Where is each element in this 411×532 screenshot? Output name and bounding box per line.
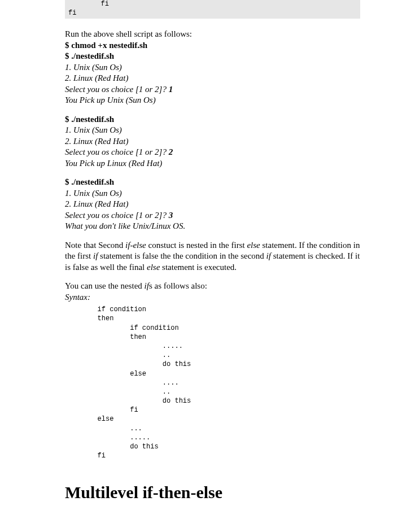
- keyword: if-else: [125, 241, 146, 250]
- output-line: 2. Linux (Red Hat): [65, 73, 128, 82]
- user-input: 1: [169, 85, 173, 94]
- text: constuct is nested in the first: [146, 241, 247, 250]
- keyword: if: [266, 251, 271, 260]
- output-line: 1. Unix (Sun Os): [65, 63, 122, 72]
- intro-text: Run the above shell script as follows:: [65, 29, 192, 38]
- nested-intro: You can use the nested ifs as follows al…: [65, 281, 360, 303]
- output-line: 2. Linux (Red Hat): [65, 199, 128, 208]
- result-line: You Pick up Unix (Sun Os): [65, 95, 156, 104]
- run-block-3: $ ./nestedif.sh 1. Unix (Sun Os) 2. Linu…: [65, 177, 360, 232]
- keyword: else: [147, 263, 160, 272]
- result-line: You Pick up Linux (Red Hat): [65, 159, 162, 168]
- run-block-1: Run the above shell script as follows: $…: [65, 29, 360, 106]
- text: Note that Second: [65, 241, 125, 250]
- keyword: if: [145, 281, 149, 290]
- syntax-label: Syntax:: [65, 293, 90, 302]
- shell-command: $ chmod +x nestedif.sh: [65, 41, 147, 50]
- section-heading: Multilevel if-then-else: [65, 483, 360, 502]
- user-input: 2: [169, 147, 173, 156]
- shell-command: $ ./nestedif.sh: [65, 177, 114, 186]
- text: statement is executed.: [160, 263, 237, 272]
- text: You can use the nested: [65, 281, 145, 290]
- syntax-block: if condition then if condition then ....…: [65, 305, 360, 460]
- note-paragraph: Note that Second if-else constuct is nes…: [65, 240, 360, 273]
- prompt-line: Select you os choice [1 or 2]?: [65, 211, 169, 220]
- user-input: 3: [169, 211, 173, 220]
- output-line: 1. Unix (Sun Os): [65, 189, 122, 198]
- top-code-block: fi fi: [65, 0, 360, 19]
- text: statement is false the the condition in …: [98, 251, 266, 260]
- text: s as follows also:: [149, 281, 207, 290]
- document-page: fi fi Run the above shell script as foll…: [0, 0, 411, 532]
- output-line: 1. Unix (Sun Os): [65, 125, 122, 134]
- shell-command: $ ./nestedif.sh: [65, 51, 114, 60]
- result-line: What you don't like Unix/Linux OS.: [65, 221, 185, 230]
- prompt-line: Select you os choice [1 or 2]?: [65, 85, 169, 94]
- run-block-2: $ ./nestedif.sh 1. Unix (Sun Os) 2. Linu…: [65, 114, 360, 169]
- output-line: 2. Linux (Red Hat): [65, 137, 128, 146]
- shell-command: $ ./nestedif.sh: [65, 115, 114, 124]
- keyword: else: [247, 241, 260, 250]
- prompt-line: Select you os choice [1 or 2]?: [65, 147, 169, 156]
